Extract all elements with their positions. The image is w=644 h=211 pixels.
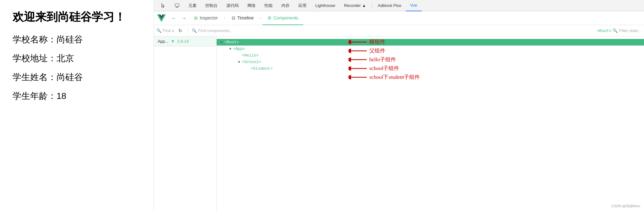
menu-yuansu[interactable]: 元素 (184, 0, 201, 11)
school-address-label: 学校地址： (13, 53, 57, 63)
menu-yuandaima[interactable]: 源代码 (222, 0, 243, 11)
tab-chevron-1: › (224, 16, 225, 20)
student-name-line: 学生姓名：尚硅谷 (13, 71, 141, 83)
school-component-name: <School> (242, 60, 261, 64)
tab-chevron-2: › (260, 16, 261, 20)
vue-tabbar: ← → ⊞ Inspector › ⊟ Timeline › ⚙ Compone… (154, 11, 644, 25)
menu-kongzhitai[interactable]: 控制台 (201, 0, 222, 11)
student-component-name: <Student> (251, 66, 273, 71)
annotation-student-text: school下student子组件 (369, 73, 420, 81)
school-address-value: 北京 (57, 53, 74, 63)
menu-wangluo[interactable]: 网络 (243, 0, 260, 11)
menu-xingneng[interactable]: 性能 (260, 0, 277, 11)
tree-toggle-root: ▼ (220, 41, 224, 44)
tab-timeline-label: Timeline (237, 15, 254, 20)
student-name-label: 学生姓名： (13, 72, 57, 82)
menu-cursor-icon[interactable] (156, 0, 170, 11)
find-components-wrap: 🔍 Find components... (192, 28, 233, 33)
tree-toggle-app: ▼ (229, 47, 233, 51)
devtools-menubar: 元素 控制台 源代码 网络 性能 内存 应用 Lighthouse Record… (154, 0, 644, 11)
tab-components[interactable]: ⚙ Components (262, 11, 303, 25)
root-label: <Root> (597, 28, 612, 33)
menu-recorder[interactable]: Recorder ▲ (340, 0, 371, 11)
timeline-icon: ⊟ (232, 15, 235, 20)
tree-row-school[interactable]: ▼ <School> (217, 59, 644, 65)
app-component-name: <App> (233, 46, 245, 51)
menu-adblock-plus[interactable]: Adblock Plus (373, 0, 406, 11)
left-panel: 欢迎来到尚硅谷学习！ 学校名称：尚硅谷 学校地址：北京 学生姓名：尚硅谷 学生年… (0, 0, 154, 211)
vue-version-label: 2.6.14 (177, 39, 189, 44)
find-app-placeholder: Find a (163, 28, 174, 33)
devtools-main: App... ▼ 2.6.14 ▼ <Root> ▼ <App> <Hello> (154, 36, 644, 211)
student-age-label: 学生年龄： (13, 91, 57, 101)
components-icon: ⚙ (268, 15, 272, 20)
tab-components-label: Components (273, 15, 298, 20)
vue-logo (156, 13, 166, 23)
search-icon-1: 🔍 (156, 28, 161, 33)
tree-row-hello[interactable]: <Hello> (217, 52, 644, 59)
tree-row-student[interactable]: <Student> (217, 65, 644, 72)
menu-separator (372, 3, 372, 9)
devtools-panel: 元素 控制台 源代码 网络 性能 内存 应用 Lighthouse Record… (154, 0, 644, 211)
component-app-label: App... (158, 39, 168, 44)
state-filter-wrap: <Root> 🔍 Filter state... (597, 28, 642, 33)
component-tree-panel: ▼ <Root> ▼ <App> <Hello> ▼ <School> (217, 36, 644, 211)
arrow-student-icon (349, 74, 367, 81)
school-address-line: 学校地址：北京 (13, 52, 141, 64)
tree-row-app[interactable]: ▼ <App> (217, 46, 644, 52)
menu-neicun[interactable]: 内存 (277, 0, 294, 11)
main-title: 欢迎来到尚硅谷学习！ (13, 9, 141, 25)
svg-rect-1 (176, 7, 178, 8)
hello-component-name: <Hello> (242, 53, 259, 58)
back-button[interactable]: ← (170, 14, 178, 23)
refresh-button[interactable]: ↻ (176, 27, 184, 35)
find-components-placeholder: Find components... (198, 28, 233, 33)
component-list-item-app[interactable]: App... ▼ 2.6.14 (154, 36, 216, 46)
student-age-value: 18 (57, 91, 66, 101)
inspector-icon: ⊞ (194, 15, 198, 20)
svg-rect-0 (175, 4, 179, 7)
search-icon-2: 🔍 (192, 28, 197, 33)
student-age-line: 学生年龄：18 (13, 90, 141, 102)
menu-vue[interactable]: Vue (406, 0, 422, 11)
forward-button[interactable]: → (180, 14, 188, 23)
component-list-panel: App... ▼ 2.6.14 (154, 36, 217, 211)
school-name-label: 学校名称： (13, 35, 57, 44)
recorder-icon: ▲ (362, 3, 366, 8)
tree-row-root[interactable]: ▼ <Root> (217, 39, 644, 46)
search-icon-3: 🔍 (613, 28, 618, 33)
tab-timeline[interactable]: ⊟ Timeline (227, 11, 259, 25)
school-name-line: 学校名称：尚硅谷 (13, 34, 141, 46)
tree-toggle-school: ▼ (238, 60, 242, 64)
tab-inspector[interactable]: ⊞ Inspector (189, 11, 223, 25)
search-separator (188, 28, 188, 34)
find-app-wrap: 🔍 Find a (156, 28, 174, 33)
vue-version-icon: ▼ (171, 39, 175, 44)
menu-yingyong[interactable]: 应用 (294, 0, 311, 11)
filter-state-placeholder: Filter state... (619, 28, 641, 33)
tab-inspector-label: Inspector (200, 15, 218, 20)
annotation-student: school下student子组件 (349, 73, 420, 81)
watermark: CSDN @尚硅Mom (611, 204, 640, 208)
root-component-name: <Root> (224, 40, 239, 45)
menu-inspect-icon[interactable] (170, 0, 184, 11)
menu-lighthouse[interactable]: Lighthouse (311, 0, 340, 11)
student-name-value: 尚硅谷 (57, 72, 83, 82)
school-name-value: 尚硅谷 (57, 35, 83, 44)
search-bar: 🔍 Find a ↻ 🔍 Find components... <Root> 🔍… (154, 25, 644, 36)
